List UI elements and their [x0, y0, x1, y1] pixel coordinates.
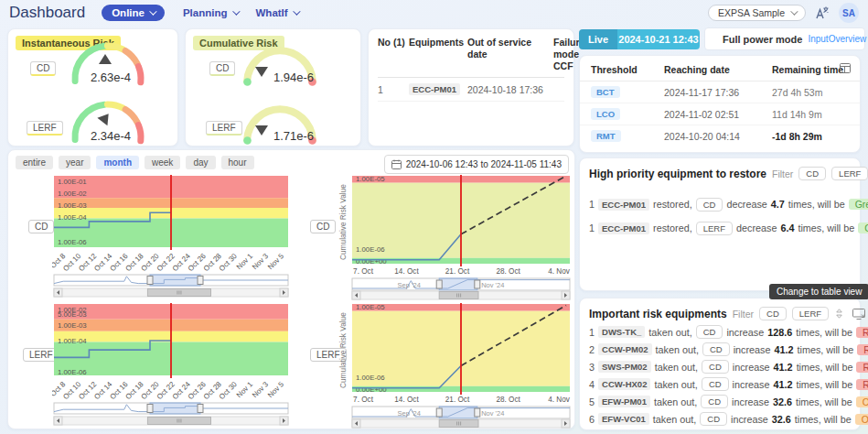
nav-planning-button[interactable]: Planning	[183, 7, 238, 18]
datazoom-handle[interactable]	[475, 408, 480, 417]
row-factor: 41.2	[774, 344, 793, 355]
table-view-icon[interactable]	[840, 63, 851, 73]
risk-row[interactable]: 2 CCW-PM02 taken out, CD increase 41.2 t…	[580, 341, 860, 358]
nav-whatif-label: WhatIf	[256, 7, 288, 18]
x-tick-label: 4. Nov	[548, 396, 571, 404]
restore-row[interactable]: 1 ECC-PM01 restored, CD decrease 4.7 tim…	[580, 192, 860, 216]
time-filter-month[interactable]: month	[96, 156, 139, 169]
gauge-needle-icon	[255, 67, 268, 77]
risk-row[interactable]: 5 EFW-PM01 taken out, CD increase 32.6 t…	[580, 393, 860, 410]
sort-icon[interactable]	[834, 308, 844, 320]
equipment-chip: EFW-VC01	[598, 413, 649, 425]
y-tick-label: 1.00E-04	[58, 337, 87, 345]
x-tick-label: 28. Oct	[496, 267, 520, 276]
oos-row-date: 2024-10-18 17:36	[467, 84, 550, 95]
live-status-bar[interactable]: Live 2024-10-21 12:43	[579, 29, 700, 49]
y-tick-label: 1.00E-06	[356, 374, 385, 382]
x-tick-label: 7. Oct	[353, 396, 374, 404]
time-filter-hour[interactable]: hour	[221, 156, 254, 169]
status-badge: Red	[856, 327, 868, 338]
datazoom-handle[interactable]	[436, 408, 442, 417]
x-tick-label: 7. Oct	[353, 267, 374, 276]
row-action: taken out,	[653, 414, 696, 425]
time-filter-group: entireyearmonthweekdayhour	[16, 156, 260, 169]
power-mode-box: Full power mode InputOverview	[704, 27, 865, 50]
risk-row[interactable]: 3 SWS-PM02 taken out, CD increase 41.2 t…	[580, 358, 860, 375]
threshold-row-lco[interactable]: LCO 2024-11-02 02:51 11d 14h 9m	[580, 103, 860, 125]
threshold-row-bct[interactable]: BCT 2024-11-17 17:36 27d 4h 53m	[580, 81, 860, 103]
time-filter-week[interactable]: week	[145, 156, 180, 169]
datazoom-window[interactable]	[150, 275, 200, 286]
top-header: Dashboard Online Planning WhatIf EXPSA S…	[0, 0, 868, 26]
date-range-picker[interactable]: 2024-10-06 12:43 to 2024-11-05 11:43	[384, 155, 569, 174]
row-suffix: times, will be	[796, 396, 852, 407]
datazoom-handle[interactable]	[475, 280, 480, 288]
nav-whatif-button[interactable]: WhatIf	[256, 7, 298, 18]
datazoom-handle[interactable]	[198, 405, 203, 413]
y-tick-label: 1.00E-05	[356, 175, 385, 183]
y-axis-title: Cumulative Risk Value	[338, 178, 348, 267]
restore-row[interactable]: 1 ECC-PM01 restored, LERF decrease 6.4 t…	[580, 216, 860, 240]
y-tick-label: 0.00E+00	[356, 385, 387, 394]
equipment-chip: CCW-PM02	[598, 343, 651, 355]
row-verb: increase	[731, 414, 768, 425]
datazoom-handle[interactable]	[147, 277, 153, 285]
x-tick-label: 14. Oct	[394, 267, 419, 276]
threshold-card: Threshold Reaching date Remaining time B…	[579, 55, 861, 153]
time-filter-day[interactable]: day	[186, 156, 215, 169]
datazoom-window[interactable]	[150, 403, 200, 414]
page-title: Dashboard	[9, 4, 85, 22]
calendar-icon	[391, 159, 402, 169]
restore-panel-card: High priority equipment to restore Filte…	[579, 157, 861, 291]
filter-lerf-button[interactable]: LERF	[792, 307, 829, 320]
lco-tag: LCO	[591, 108, 620, 120]
workspace-select[interactable]: EXPSA Sample	[708, 5, 806, 21]
filter-lerf-button[interactable]: LERF	[831, 167, 868, 180]
equipment-chip: EFW-PM01	[598, 396, 650, 407]
risk-row[interactable]: 1 DWS-TK_ taken out, CD increase 128.6 t…	[580, 323, 860, 341]
y-tick-label: 5.00E-03	[58, 310, 87, 319]
user-avatar[interactable]: SA	[839, 3, 859, 23]
x-tick-label: 14. Oct	[394, 396, 419, 404]
datazoom-window[interactable]	[439, 407, 477, 418]
row-index: 3	[589, 362, 595, 373]
row-factor: 32.6	[772, 414, 791, 425]
risk-row[interactable]: 4 CCW-HX02 taken out, CD increase 41.2 t…	[580, 375, 860, 393]
oos-table-row[interactable]: 1 ECC-PM01 2024-10-18 17:36	[378, 78, 564, 102]
row-suffix: times, will be	[795, 414, 852, 425]
time-filter-year[interactable]: year	[59, 156, 91, 169]
threshold-row-rmt[interactable]: RMT 2024-10-20 04:14 -1d 8h 29m	[580, 125, 860, 146]
translate-icon[interactable]	[815, 5, 830, 20]
row-suffix: times, will be	[796, 327, 852, 338]
filter-cd-button[interactable]: CD	[759, 307, 787, 320]
risk-charts-card: entireyearmonthweekdayhour 2024-10-06 12…	[7, 149, 575, 429]
time-filter-entire[interactable]: entire	[16, 156, 53, 169]
y-tick-label: 1.00E-03	[58, 321, 87, 330]
lerf-instantaneous-gauge: 2.34e-4	[48, 92, 167, 146]
x-tick-label: 21. Oct	[445, 267, 470, 276]
filter-cd-button[interactable]: CD	[798, 167, 826, 180]
row-factor: 128.6	[767, 327, 792, 338]
status-badge: Red	[857, 344, 868, 355]
filter-label: Filter	[772, 168, 793, 179]
cd-cumulative-chart: CD Cumulative Risk Value 1.00E-051.00E-0…	[310, 172, 573, 300]
oos-col-no: No (1)	[378, 37, 405, 72]
risk-row[interactable]: 6 EFW-VC01 taken out, CD increase 32.6 t…	[580, 410, 860, 428]
metric-chip: CD	[701, 395, 728, 408]
input-overview-link[interactable]: InputOverview	[808, 34, 866, 44]
datazoom-handle[interactable]	[436, 280, 442, 288]
threshold-header: Threshold Reaching date Remaining time	[580, 56, 860, 81]
datazoom-handle[interactable]	[198, 277, 203, 285]
datazoom-handle[interactable]	[147, 405, 153, 413]
bct-remaining: 27d 4h 53m	[772, 87, 849, 98]
row-index: 4	[589, 379, 595, 390]
equipment-chip: SWS-PM02	[598, 361, 651, 373]
row-factor: 41.2	[773, 379, 792, 390]
out-of-service-card: No (1) Equipments Out of service date Fa…	[368, 28, 574, 146]
metric-chip: CD	[700, 412, 727, 426]
x-tick-label: Nov 3	[251, 380, 271, 400]
nav-online-button[interactable]: Online	[102, 5, 165, 21]
lerf-instantaneous-value: 2.34e-4	[91, 129, 131, 143]
datazoom-window[interactable]	[439, 278, 477, 290]
change-view-icon[interactable]	[852, 309, 866, 320]
